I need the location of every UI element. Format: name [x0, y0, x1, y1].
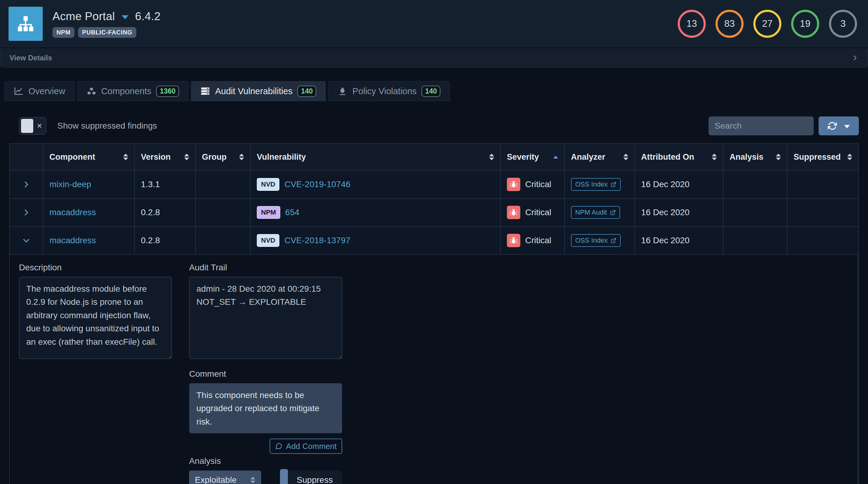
tab-policy-violations[interactable]: Policy Violations 140 — [328, 81, 450, 101]
add-comment-button[interactable]: Add Comment — [270, 439, 342, 454]
description-textarea[interactable]: The macaddress module before 0.2.9 for N… — [19, 277, 172, 359]
severity-cell: Critical — [501, 171, 565, 199]
severity-cell: Critical — [501, 199, 565, 227]
sort-icon — [184, 154, 189, 160]
version-cell: 0.2.8 — [135, 199, 196, 227]
search-input[interactable] — [709, 117, 814, 135]
cubes-icon — [87, 86, 96, 96]
vulnerability-link[interactable]: CVE-2018-13797 — [284, 235, 350, 245]
fire-icon — [338, 86, 347, 96]
column-header-attributed-on[interactable]: Attributed On — [635, 144, 723, 171]
column-header-group[interactable]: Group — [196, 144, 251, 171]
project-title-block: Acme Portal 6.4.2 NPM PUBLIC-FACING — [53, 10, 161, 38]
high-count-circle: 83 — [715, 10, 744, 38]
project-dropdown-caret-icon[interactable] — [122, 15, 128, 19]
column-header-analyzer[interactable]: Analyzer — [565, 144, 635, 171]
vulnerabilities-table: Component Version Group Vulnerability Se… — [9, 143, 859, 484]
analyzer-link[interactable]: OSS Index — [571, 178, 621, 191]
audit-trail-textarea[interactable]: admin - 28 Dec 2020 at 00:29:15 NOT_SET … — [189, 277, 342, 359]
sort-icon — [489, 154, 494, 160]
vulnerability-link[interactable]: CVE-2019-10746 — [284, 180, 350, 189]
analysis-cell — [723, 227, 787, 255]
sitemap-icon — [8, 7, 43, 41]
component-link[interactable]: macaddress — [50, 235, 96, 245]
sort-icon — [123, 154, 128, 160]
analyzer-cell: NPM Audit — [565, 199, 635, 227]
comment-textarea[interactable]: This component needs to be upgraded or r… — [189, 383, 342, 433]
column-header-suppressed[interactable]: Suppressed — [787, 144, 858, 171]
column-header-analysis[interactable]: Analysis — [723, 144, 787, 171]
column-header-severity[interactable]: Severity — [501, 144, 565, 171]
column-header-version[interactable]: Version — [135, 144, 196, 171]
audit-trail-label: Audit Trail — [189, 263, 342, 272]
select-arrows-icon — [250, 477, 255, 483]
sort-ascending-icon — [553, 156, 558, 159]
sort-icon — [776, 154, 781, 160]
analyzer-link[interactable]: OSS Index — [571, 234, 621, 247]
table-controls: × Show suppressed findings — [9, 117, 859, 135]
row-collapse-button[interactable] — [10, 227, 43, 255]
attributed-on-cell: 16 Dec 2020 — [635, 199, 723, 227]
severity-label: Critical — [525, 235, 551, 245]
row-expand-button[interactable] — [10, 171, 43, 199]
description-panel: Description The macaddress module before… — [19, 255, 172, 484]
show-suppressed-toggle[interactable]: × — [19, 117, 46, 135]
version-cell: 0.2.8 — [135, 227, 196, 255]
sort-icon — [239, 154, 244, 160]
refresh-dropdown-caret-icon — [844, 125, 850, 128]
vulnerability-link[interactable]: 654 — [285, 207, 300, 217]
column-header-component[interactable]: Component — [43, 144, 135, 171]
component-link[interactable]: macaddress — [50, 207, 96, 217]
vulnerability-cell: NPM654 — [251, 199, 501, 227]
suppress-toggle[interactable]: Suppress — [280, 469, 342, 484]
component-link[interactable]: mixin-deep — [50, 180, 91, 189]
tag-badge: PUBLIC-FACING — [78, 27, 136, 38]
tab-overview[interactable]: Overview — [4, 81, 75, 101]
bug-icon — [507, 206, 520, 219]
vulnerability-cell: NVDCVE-2018-13797 — [251, 227, 501, 255]
toggle-knob — [21, 119, 33, 133]
severity-label: Critical — [525, 207, 551, 217]
page-title: Acme Portal — [53, 10, 115, 23]
group-cell — [196, 227, 251, 255]
refresh-button[interactable] — [818, 117, 859, 135]
analysis-label: Analysis — [189, 456, 342, 466]
suppressed-cell — [787, 227, 858, 255]
project-header: Acme Portal 6.4.2 NPM PUBLIC-FACING 13 8… — [0, 0, 868, 48]
main-content: Overview Components 1360 Audit Vulnerabi… — [0, 81, 868, 484]
show-suppressed-label: Show suppressed findings — [57, 121, 157, 131]
bug-icon — [507, 178, 520, 191]
group-cell — [196, 171, 251, 199]
tab-bar: Overview Components 1360 Audit Vulnerabi… — [4, 81, 868, 101]
tab-label: Overview — [28, 86, 65, 96]
tab-components[interactable]: Components 1360 — [77, 81, 189, 101]
view-details-bar[interactable]: View Details — [0, 48, 868, 68]
tab-count-badge: 140 — [298, 86, 316, 97]
tab-count-badge: 140 — [422, 86, 440, 97]
severity-label: Critical — [525, 180, 551, 189]
tab-label: Components — [101, 86, 151, 96]
row-expand-button[interactable] — [10, 199, 43, 227]
external-link-icon — [611, 238, 616, 244]
column-header-vulnerability[interactable]: Vulnerability — [251, 144, 501, 171]
critical-count-circle: 13 — [678, 10, 706, 38]
external-link-icon — [611, 182, 616, 188]
low-count-circle: 19 — [791, 10, 819, 38]
severity-summary: 13 83 27 19 3 — [678, 10, 857, 38]
chevron-right-icon — [22, 208, 31, 217]
chart-line-icon — [14, 86, 24, 96]
chevron-right-icon — [22, 180, 31, 189]
vuln-source-badge: NVD — [257, 178, 279, 191]
tab-audit-vulnerabilities[interactable]: Audit Vulnerabilities 140 — [191, 81, 326, 101]
chevron-right-icon — [851, 54, 859, 62]
analyzer-link[interactable]: NPM Audit — [571, 206, 620, 219]
medium-count-circle: 27 — [753, 10, 781, 38]
server-list-icon — [200, 86, 210, 96]
sort-icon — [712, 154, 717, 160]
group-cell — [196, 199, 251, 227]
external-link-icon — [610, 210, 616, 216]
sort-icon — [623, 154, 628, 160]
chevron-down-icon — [22, 236, 31, 245]
analyzer-cell: OSS Index — [565, 227, 635, 255]
analysis-select[interactable]: Exploitable — [189, 471, 261, 484]
